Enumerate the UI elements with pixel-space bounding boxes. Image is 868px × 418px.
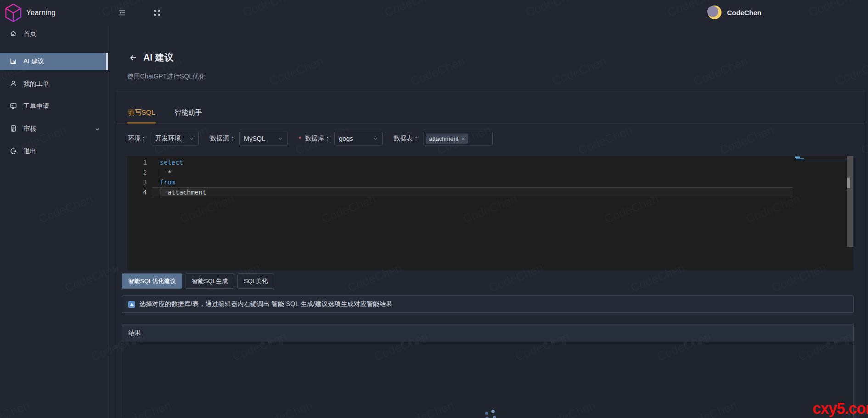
- editor-scrollbar[interactable]: [847, 156, 853, 247]
- tag-close-icon[interactable]: ×: [461, 136, 465, 142]
- sidebar-item-ticket-apply[interactable]: 工单申请: [0, 98, 108, 115]
- code-text: attachment: [160, 189, 206, 196]
- sql-editor[interactable]: 1234 select *from attachment: [127, 156, 853, 270]
- sidebar-item-my-tickets[interactable]: 我的工单: [0, 75, 108, 93]
- selected-tag: attachment×: [426, 134, 468, 144]
- line-number: 3: [127, 178, 152, 188]
- app-root: Yearning CodeChen 首页AI 建议我的工单工单申请审核退出 AI: [0, 0, 868, 418]
- chevron-down-icon: [95, 126, 100, 134]
- chevron-down-icon: [189, 136, 194, 141]
- required-asterisk: *: [299, 135, 301, 142]
- sidebar-item-label: 首页: [23, 30, 36, 38]
- tab-assistant[interactable]: 智能助手: [175, 108, 202, 123]
- result-title: 结果: [128, 329, 141, 337]
- user-name: CodeChen: [727, 9, 761, 17]
- action-buttons: 智能SQL优化建议智能SQL生成SQL美化: [122, 273, 865, 289]
- topbar: Yearning CodeChen: [0, 0, 868, 25]
- sidebar-item-label: 工单申请: [23, 102, 49, 111]
- user-icon: [10, 80, 17, 89]
- sidebar-item-home[interactable]: 首页: [0, 25, 108, 43]
- form-label: 数据源：: [210, 134, 236, 143]
- tab-write-sql[interactable]: 填写SQL: [128, 108, 155, 123]
- tab-bar: 填写SQL智能助手: [116, 91, 865, 123]
- code-line: attachment: [152, 188, 846, 198]
- yearning-logo-icon: [5, 3, 22, 22]
- loading-dot: [493, 416, 496, 418]
- code-line: *: [152, 168, 846, 178]
- line-number: 1: [127, 158, 152, 168]
- select-field[interactable]: 开发环境: [151, 132, 199, 145]
- sidebar-item-label: AI 建议: [23, 57, 44, 66]
- sidebar-item-ai-advice[interactable]: AI 建议: [0, 53, 108, 70]
- sidebar-item-logout[interactable]: 退出: [0, 143, 108, 160]
- form-group: *数据库：gogs: [299, 132, 383, 145]
- info-alert: 选择对应的数据库/表，通过编辑器内右键调出 智能 SQL 生成/建议选项生成对应…: [122, 295, 854, 313]
- form-group: 数据源：MySQL: [210, 132, 287, 145]
- line-number: 2: [127, 168, 152, 178]
- topbar-icons: [118, 9, 161, 17]
- code-text: from: [160, 178, 175, 186]
- select-field[interactable]: gogs: [334, 132, 383, 145]
- chevron-down-icon: [373, 136, 378, 141]
- select-value: MySQL: [244, 135, 265, 142]
- action-button-0[interactable]: 智能SQL优化建议: [122, 273, 182, 289]
- form-label: 环境：: [128, 134, 147, 143]
- form-group: 环境：开发环境: [128, 132, 199, 145]
- user-menu[interactable]: CodeChen: [707, 5, 761, 20]
- sidebar-item-label: 退出: [23, 147, 36, 156]
- tag-label: attachment: [429, 135, 458, 142]
- editor-code: select *from attachment: [152, 158, 846, 197]
- line-number: 4: [127, 188, 152, 198]
- sidebar-item-label: 我的工单: [23, 80, 49, 88]
- result-card: 结果: [122, 324, 854, 418]
- sidebar-item-label: 审核: [23, 125, 36, 133]
- code-line: from: [152, 178, 846, 188]
- back-arrow-icon[interactable]: [129, 54, 137, 62]
- page-title: AI 建议: [143, 51, 174, 64]
- result-header: 结果: [122, 324, 853, 342]
- chevron-down-icon: [278, 136, 283, 141]
- editor-scrollbar-thumb[interactable]: [847, 178, 850, 188]
- monitor-icon: [10, 102, 17, 111]
- form-row: 环境：开发环境数据源：MySQL*数据库：gogs数据表：attachment×: [128, 132, 865, 145]
- brand-name: Yearning: [26, 9, 56, 17]
- site-watermark: cxy5.com: [812, 399, 868, 418]
- sidebar: 首页AI 建议我的工单工单申请审核退出: [0, 25, 108, 418]
- moon-avatar-icon: [707, 5, 722, 20]
- page-subtitle: 使用ChatGPT进行SQL优化: [127, 72, 205, 81]
- chart-icon: [10, 57, 17, 66]
- editor-gutter: 1234: [127, 158, 152, 197]
- code-text: *: [160, 169, 171, 176]
- page-head: AI 建议: [129, 51, 174, 64]
- form-label: 数据库：: [305, 134, 331, 143]
- brand[interactable]: Yearning: [0, 3, 108, 22]
- menu-fold-icon[interactable]: [118, 9, 126, 17]
- indent-guide: [161, 169, 161, 177]
- select-value: 开发环境: [155, 134, 181, 143]
- info-alert-text: 选择对应的数据库/表，通过编辑器内右键调出 智能 SQL 生成/建议选项生成对应…: [139, 300, 392, 308]
- logout-icon: [10, 147, 17, 156]
- info-alert-icon: [128, 301, 135, 308]
- home-icon: [10, 30, 17, 39]
- code-line: select: [152, 158, 846, 168]
- form-label: 数据表：: [394, 134, 419, 143]
- sidebar-item-review[interactable]: 审核: [0, 120, 108, 138]
- select-value: gogs: [339, 135, 353, 142]
- loading-dot: [485, 412, 488, 415]
- form-group: 数据表：attachment×: [394, 132, 493, 145]
- action-button-2[interactable]: SQL美化: [237, 273, 274, 289]
- select-field[interactable]: MySQL: [239, 132, 287, 145]
- main-content: AI 建议 使用ChatGPT进行SQL优化 填写SQL智能助手 环境：开发环境…: [108, 25, 868, 418]
- fullscreen-icon[interactable]: [153, 9, 161, 17]
- table-multiselect[interactable]: attachment×: [423, 132, 493, 145]
- result-body: [122, 342, 853, 418]
- audit-icon: [10, 125, 17, 134]
- action-button-1[interactable]: 智能SQL生成: [186, 273, 234, 289]
- sql-panel-card: 填写SQL智能助手 环境：开发环境数据源：MySQL*数据库：gogs数据表：a…: [116, 91, 865, 418]
- indent-guide: [161, 189, 161, 197]
- loading-dot: [491, 410, 495, 413]
- code-text: select: [160, 159, 183, 166]
